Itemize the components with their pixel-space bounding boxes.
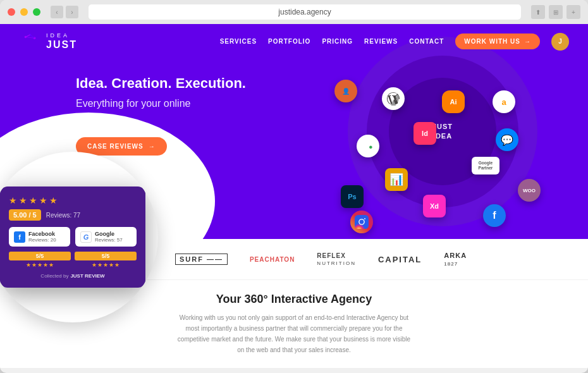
close-dot[interactable]: [8, 8, 15, 16]
arka-logo: ARKA1827: [444, 252, 467, 267]
navbar: IDEA JUST SERVICES PORTFOLIO PRICING REV…: [0, 24, 588, 59]
forward-button[interactable]: ›: [66, 6, 78, 18]
hero-text: Idea. Creation. Execution. Everything fo…: [76, 75, 246, 156]
work-with-us-button[interactable]: WORK WITH US →: [455, 34, 540, 49]
facebook-rating: 5/5 ★ ★ ★ ★ ★: [9, 252, 71, 268]
logo[interactable]: IDEA JUST: [19, 30, 77, 52]
google-platform-card: G Google Reviews: 57: [75, 227, 137, 247]
peachaton-logo: PEACHATON: [250, 256, 295, 263]
nav-services[interactable]: SERVICES: [220, 38, 257, 45]
hero-subtitle: Everything for your online business.: [76, 97, 246, 125]
svg-rect-1: [355, 215, 369, 229]
wordpress-icon: [382, 87, 405, 110]
google-partner-icon: Google Partner: [472, 157, 499, 174]
page-content: JUST IDEA 👤 Ai a Id 💬 📊 Ps Xd f Go: [0, 24, 588, 373]
google-platform-info: Google Reviews: 57: [95, 231, 123, 243]
reviews-count: Reviews: 77: [46, 212, 80, 219]
nav-pricing[interactable]: PRICING: [322, 38, 353, 45]
user-avatar[interactable]: J: [551, 33, 569, 51]
logo-text: IDEA JUST: [46, 32, 77, 51]
nav-buttons: ‹ ›: [51, 6, 78, 18]
photoshop-icon: Ps: [341, 185, 364, 208]
svg-point-3: [364, 218, 365, 219]
instagram-icon: [350, 211, 373, 233]
nav-contact[interactable]: CONTACT: [409, 38, 444, 45]
woocommerce-icon: WOO: [518, 179, 541, 202]
maximize-dot[interactable]: [33, 8, 40, 16]
google-rating: 5/5 ★ ★ ★ ★ ★: [75, 252, 137, 268]
hero-title: Idea. Creation. Execution.: [76, 75, 246, 93]
facebook-platform-info: Facebook Reviews: 20: [28, 231, 56, 243]
avatar-icon: 👤: [334, 80, 357, 102]
minimize-dot[interactable]: [20, 8, 28, 16]
facebook-icon: f: [483, 204, 506, 227]
browser-window: ‹ › justidea.agency ⬆ ⊞ + JUST IDEA: [0, 0, 588, 373]
share-button[interactable]: ⬆: [531, 5, 545, 19]
fb-rating-stars: ★ ★ ★ ★ ★: [9, 262, 71, 268]
star-5: ★: [49, 195, 58, 205]
google-ads-icon: [357, 135, 379, 157]
arrow-icon: →: [524, 38, 531, 45]
adobe-illustrator-icon: Ai: [442, 90, 465, 113]
url-text: justidea.agency: [278, 8, 331, 16]
platform-rating-row: 5/5 ★ ★ ★ ★ ★ 5/5 ★ ★: [9, 252, 137, 268]
review-popup: ★ ★ ★ ★ ★ 5.00 / 5 Reviews: 77 f Faceboo…: [0, 186, 145, 288]
nav-reviews[interactable]: REVIEWS: [364, 38, 398, 45]
review-score-row: 5.00 / 5 Reviews: 77: [9, 209, 137, 221]
adobe-indesign-icon: Id: [413, 122, 436, 145]
google-reviews-count: Reviews: 57: [95, 237, 123, 243]
new-tab-button[interactable]: +: [567, 5, 580, 19]
messenger-icon: 💬: [496, 128, 518, 151]
fb-rating-badge: 5/5: [9, 252, 71, 260]
svg-line-7: [26, 35, 30, 37]
score-badge: 5.00 / 5: [9, 209, 41, 221]
reflex-logo: REFLEXNUTRITION: [317, 252, 356, 266]
star-1: ★: [9, 195, 17, 205]
g-rating-badge: 5/5: [75, 252, 137, 260]
facebook-reviews-count: Reviews: 20: [28, 237, 56, 243]
nav-portfolio[interactable]: PORTFOLIO: [268, 38, 310, 45]
google-platform-icon: G: [80, 231, 92, 243]
collected-by: Collected by JUST REVIEW: [9, 273, 137, 279]
review-platforms: f Facebook Reviews: 20 G Google Reviews:…: [9, 227, 137, 247]
surf-logo: SURF ——: [175, 254, 228, 265]
nav-links: SERVICES PORTFOLIO PRICING REVIEWS CONTA…: [220, 33, 569, 51]
back-button[interactable]: ‹: [51, 6, 63, 18]
section-description: Working with us you not only gain suppor…: [174, 312, 414, 355]
star-4: ★: [39, 195, 47, 205]
star-3: ★: [29, 195, 37, 205]
browser-actions: ⬆ ⊞ +: [531, 5, 580, 19]
capital-logo: CAPITAL: [378, 255, 422, 264]
browser-titlebar: ‹ › justidea.agency ⬆ ⊞ +: [0, 0, 588, 24]
google-datastudio-icon: 📊: [385, 168, 408, 191]
facebook-platform-name: Facebook: [28, 231, 56, 237]
amazon-icon: a: [493, 90, 515, 113]
review-stars-top: ★ ★ ★ ★ ★: [9, 195, 137, 205]
g-rating-stars: ★ ★ ★ ★ ★: [75, 262, 137, 268]
address-bar[interactable]: justidea.agency: [89, 4, 521, 20]
facebook-platform-card: f Facebook Reviews: 20: [9, 227, 70, 247]
sidebar-button[interactable]: ⊞: [549, 5, 563, 19]
star-2: ★: [19, 195, 27, 205]
google-platform-name: Google: [95, 231, 123, 237]
hero-arrow-icon: →: [149, 143, 156, 150]
facebook-platform-icon: f: [14, 231, 25, 243]
adobe-xd-icon: Xd: [423, 195, 446, 217]
